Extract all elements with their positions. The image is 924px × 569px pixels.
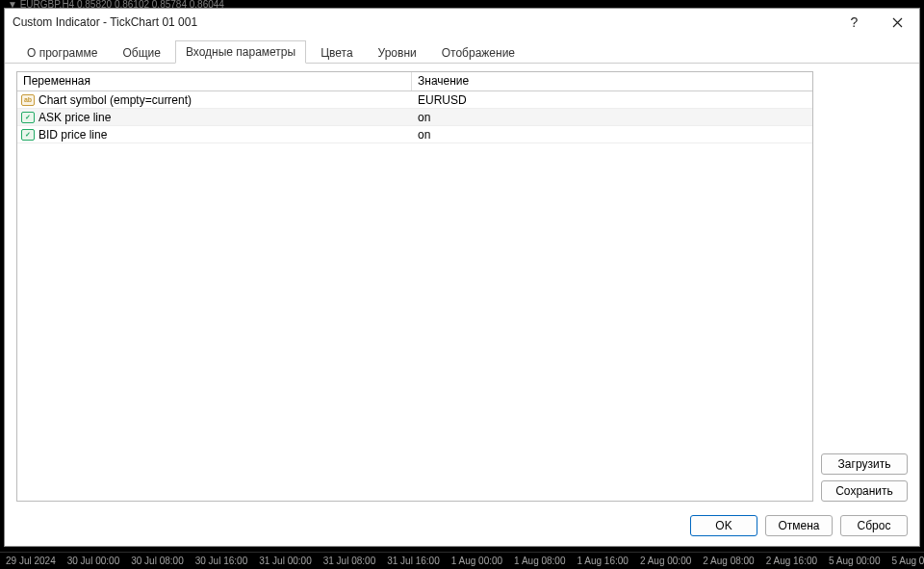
- grid-header: Переменная Значение: [17, 72, 812, 91]
- save-button[interactable]: Сохранить: [821, 480, 908, 502]
- row-value[interactable]: on: [412, 128, 812, 142]
- string-type-icon: ab: [21, 94, 35, 106]
- column-header-value[interactable]: Значение: [412, 72, 812, 91]
- timeline-tick: 2 Aug 16:00: [760, 556, 823, 566]
- tab-visualization[interactable]: Отображение: [431, 41, 526, 64]
- content-area: Переменная Значение abChart symbol (empt…: [5, 64, 919, 509]
- grid-body: abChart symbol (empty=current)EURUSD✓ASK…: [17, 91, 812, 501]
- titlebar: Custom Indicator - TickChart 01 001 ?: [5, 9, 919, 36]
- table-row[interactable]: ✓BID price lineon: [17, 126, 812, 143]
- timeline-tick: 5 Aug 00:00: [823, 556, 886, 566]
- dialog-title: Custom Indicator - TickChart 01 001: [13, 15, 197, 29]
- reset-button[interactable]: Сброс: [840, 515, 908, 536]
- timeline-tick: 1 Aug 08:00: [508, 556, 571, 566]
- timeline-tick: 2 Aug 00:00: [634, 556, 697, 566]
- column-header-variable[interactable]: Переменная: [17, 72, 412, 91]
- timeline-tick: 30 Jul 00:00: [62, 556, 126, 566]
- indicator-dialog: Custom Indicator - TickChart 01 001 ? О …: [4, 8, 920, 547]
- ok-button[interactable]: OK: [690, 515, 757, 536]
- timeline-tick: 5 Aug 08:00: [886, 556, 924, 566]
- tab-bar: О программе Общие Входные параметры Цвет…: [5, 36, 919, 64]
- tab-levels[interactable]: Уровни: [368, 41, 427, 64]
- row-variable: ASK price line: [38, 111, 412, 124]
- timeline-tick: 29 Jul 2024: [0, 556, 62, 566]
- tab-inputs[interactable]: Входные параметры: [175, 40, 306, 64]
- timeline-tick: 2 Aug 08:00: [697, 556, 759, 566]
- timeline-tick: 31 Jul 00:00: [253, 556, 318, 566]
- timeline-tick: 1 Aug 00:00: [446, 556, 508, 566]
- table-row[interactable]: ✓ASK price lineon: [17, 109, 812, 126]
- row-variable: BID price line: [38, 128, 412, 142]
- timeline-tick: 31 Jul 16:00: [381, 556, 446, 566]
- timeline-tick: 30 Jul 08:00: [125, 556, 190, 566]
- tab-common[interactable]: Общие: [112, 41, 170, 64]
- timeline-tick: 30 Jul 16:00: [190, 556, 254, 566]
- row-value[interactable]: EURUSD: [412, 93, 812, 107]
- timeline-tick: 31 Jul 08:00: [318, 556, 382, 566]
- cancel-button[interactable]: Отмена: [765, 515, 833, 536]
- help-button[interactable]: ?: [833, 9, 876, 36]
- tab-colors[interactable]: Цвета: [310, 41, 363, 64]
- parameters-grid: Переменная Значение abChart symbol (empt…: [16, 71, 813, 502]
- close-icon: [892, 17, 903, 28]
- tab-about[interactable]: О программе: [16, 41, 108, 64]
- dialog-footer: OK Отмена Сброс: [5, 509, 919, 546]
- load-button[interactable]: Загрузить: [821, 453, 908, 475]
- timeline-tick: 1 Aug 16:00: [572, 556, 634, 566]
- bool-type-icon: ✓: [21, 112, 35, 123]
- chart-timeline: 29 Jul 202430 Jul 00:0030 Jul 08:0030 Ju…: [0, 552, 924, 569]
- table-row[interactable]: abChart symbol (empty=current)EURUSD: [17, 91, 812, 109]
- row-variable: Chart symbol (empty=current): [38, 93, 412, 107]
- row-value[interactable]: on: [412, 111, 812, 124]
- bool-type-icon: ✓: [21, 129, 35, 141]
- side-buttons: Загрузить Сохранить: [821, 71, 908, 502]
- close-button[interactable]: [876, 9, 919, 36]
